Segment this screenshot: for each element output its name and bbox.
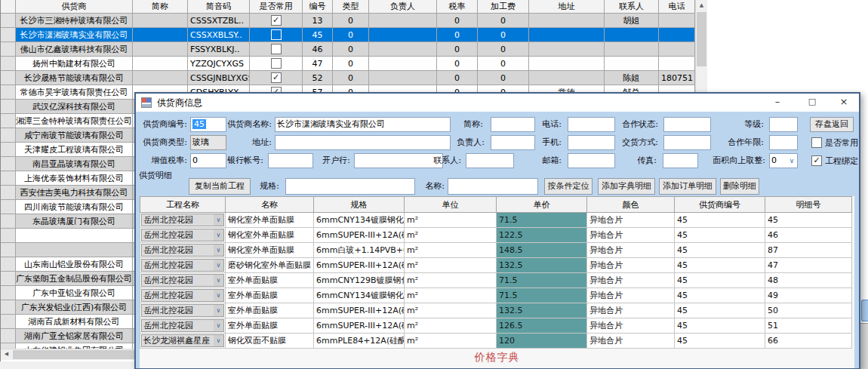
vertical-scrollbar-thumb[interactable] (697, 12, 706, 66)
coop-years-input[interactable] (769, 135, 798, 150)
column-header-short-name[interactable]: 简称 (133, 0, 188, 14)
column-header-phone[interactable]: 电话 (659, 0, 695, 14)
column-header-is-common[interactable]: 是否常用 (250, 0, 303, 14)
is-common-grid-checkbox[interactable]: ✓ (271, 15, 282, 26)
grid-cell (1, 243, 16, 257)
supplier-row[interactable]: 长沙市三湘特种玻璃有限公司CSSSXTZBL..✓13000胡姐 (1, 14, 695, 28)
mobile-input[interactable] (568, 135, 615, 150)
detail-cell: 室外单面贴膜 (226, 288, 314, 303)
detail-row[interactable]: 岳州北控花园∨室外单面贴膜6mmSUPER-III+12A(硅...m²132.… (140, 303, 852, 318)
project-name-combobox[interactable]: 岳州北控花园∨ (141, 229, 224, 241)
detail-row[interactable]: 岳州北控花园∨室外单面贴膜6mmCNY134镀膜钢化m²71.5异地合片4549 (140, 288, 852, 303)
grid-cell (369, 14, 437, 28)
grid-cell (1, 171, 16, 186)
supplier-row[interactable]: 长沙市潇湘玻璃实业有限公司CSSXXBLSY..45000 (1, 28, 695, 42)
dialog-title-bar[interactable]: 供货商信息 – □ × (136, 94, 859, 112)
column-header-supplier[interactable]: 供货商 (16, 0, 133, 14)
detail-col-unit[interactable]: 单位 (405, 197, 497, 213)
project-name-combobox[interactable]: 岳州北控花园∨ (141, 274, 224, 287)
close-button[interactable]: × (829, 94, 859, 112)
email-input[interactable] (568, 153, 615, 168)
grid-cell (1, 186, 16, 200)
bank-account-input[interactable] (268, 153, 313, 168)
column-header-address[interactable]: 地址 (529, 0, 605, 14)
save-return-button[interactable]: 存盘返回 (810, 117, 854, 132)
locate-by-condition-button[interactable]: 按条件定位 (544, 178, 593, 195)
supplier-type-input[interactable]: 玻璃 (190, 135, 226, 150)
fax-input[interactable] (663, 153, 698, 168)
supplier-row[interactable]: 扬州中勤建材有限公司YZZQJCYXGS47000 (1, 57, 695, 71)
is-common-grid-checkbox[interactable]: ✓ (271, 72, 282, 83)
is-common-grid-checkbox[interactable] (271, 29, 282, 40)
project-bind-checkbox-group[interactable]: ✓ 工程绑定 (811, 153, 858, 168)
copy-current-project-button[interactable]: 复制当前工程 (189, 178, 251, 195)
column-header-manager[interactable]: 负责人 (369, 0, 437, 14)
scroll-up-icon[interactable]: ▲ (696, 0, 707, 11)
detail-row[interactable]: 岳州北控花园∨钢化室外单面贴膜6mmCNY134镀膜钢化m²71.5异地合片45… (140, 213, 852, 228)
grid-cell (1, 85, 16, 100)
supplier-row[interactable]: 佛山市亿鑫玻璃科技有限公司FSSYXBLKJ..46000 (1, 42, 695, 57)
detail-col-detail-id[interactable]: 明细号 (765, 197, 852, 213)
detail-row[interactable]: 长沙龙湖祺鑫星座∨钢化双面不贴膜6mmPLE84+12A(硅酮胶...m²120… (140, 334, 852, 349)
detail-col-supplier-id[interactable]: 供货商编号 (675, 197, 765, 213)
grid-cell: 长沙晟格节能玻璃有限公司 (16, 71, 133, 85)
spec-filter-input[interactable] (285, 178, 415, 195)
short-name-input[interactable] (491, 117, 535, 132)
detail-col-color[interactable]: 颜色 (587, 197, 675, 213)
project-bind-checkbox[interactable]: ✓ (811, 155, 822, 166)
column-header-id[interactable]: 编号 (303, 0, 333, 14)
scroll-left-icon[interactable]: ◀ (1, 349, 12, 359)
project-name-combobox[interactable]: 岳州北控花园∨ (141, 244, 224, 257)
detail-col-project[interactable]: 工程名称 (140, 197, 226, 213)
manager-input[interactable] (491, 135, 535, 150)
detail-row[interactable]: 岳州北控花园∨室外单面贴膜6mmSUPER-III+12A(硅...m²126.… (140, 318, 852, 334)
detail-table-body: 岳州北控花园∨钢化室外单面贴膜6mmCNY134镀膜钢化m²71.5异地合片45… (140, 213, 852, 349)
is-common-checkbox[interactable] (811, 137, 822, 148)
detail-row[interactable]: 岳州北控花园∨室外单面贴膜6mmCNY129B镀膜钢化m²71.5异地合片454… (140, 273, 852, 288)
grid-cell (133, 71, 188, 85)
detail-col-spec[interactable]: 规格 (314, 197, 405, 213)
minimize-button[interactable]: – (762, 94, 793, 112)
detail-row[interactable]: 岳州北控花园∨钢化室外单面贴膜6mm白玻+1.14PVB+6mm...m²148… (140, 243, 852, 258)
grid-cell (369, 57, 437, 71)
project-name-combobox[interactable]: 岳州北控花园∨ (141, 319, 224, 332)
detail-col-name[interactable]: 名称 (226, 197, 314, 213)
grid-cell: 武汉亿深科技有限公司 (16, 100, 133, 114)
detail-cell: 45 (675, 228, 765, 243)
project-name-combobox[interactable]: 岳州北控花园∨ (141, 259, 224, 272)
project-name-combobox[interactable]: 岳州北控花园∨ (141, 214, 224, 226)
detail-row[interactable]: 岳州北控花园∨钢化室外单面贴膜6mmSUPER-III+12A(硅...m²12… (140, 228, 852, 243)
column-header-tax-rate[interactable]: 税率 (437, 0, 478, 14)
project-name-combobox[interactable]: 岳州北控花园∨ (141, 304, 224, 317)
project-name-combobox[interactable]: 岳州北控花园∨ (141, 289, 224, 302)
column-header-type[interactable]: 类型 (333, 0, 369, 14)
supplier-id-input[interactable]: 45 (190, 117, 226, 132)
column-header-process-fee[interactable]: 加工费 (478, 0, 529, 14)
detail-row[interactable]: 岳州北控花园∨磨砂钢化室外单面贴膜6mmSUPER-III+12A(硅...m²… (140, 258, 852, 273)
add-order-detail-button[interactable]: 添加订单明细 (659, 178, 716, 195)
name-filter-input[interactable] (448, 178, 538, 195)
maximize-button[interactable]: □ (797, 94, 827, 112)
delete-detail-button[interactable]: 删除明细 (720, 178, 759, 195)
supplier-name-input[interactable]: 长沙市潇湘玻璃实业有限公司 (275, 117, 451, 132)
contact-input[interactable] (466, 153, 514, 168)
is-common-grid-checkbox[interactable] (271, 58, 282, 69)
detail-col-unit-price[interactable]: 单价 (497, 197, 587, 213)
column-header-pinyin-code[interactable]: 简音码 (188, 0, 250, 14)
area-round-up-combobox[interactable]: 0 ∨ (769, 153, 798, 168)
is-common-grid-checkbox[interactable] (271, 44, 282, 54)
detail-cell: 50 (765, 303, 852, 318)
grid-cell (659, 14, 695, 28)
grid-cell (1, 343, 16, 349)
supplier-row[interactable]: 长沙晟格节能玻璃有限公司CSSGJNBLYXGS✓52000陈姐180751 (1, 71, 695, 85)
phone-input[interactable] (568, 117, 615, 132)
delivery-method-input[interactable] (663, 135, 711, 150)
is-common-checkbox-group[interactable]: 是否常用 (811, 135, 858, 150)
column-header-contact[interactable]: 联系人 (605, 0, 659, 14)
detail-cell: 磨砂钢化室外单面贴膜 (226, 258, 314, 273)
project-name-combobox[interactable]: 长沙龙湖祺鑫星座∨ (141, 334, 224, 347)
add-dictionary-detail-button[interactable]: 添加字典明细 (598, 178, 655, 195)
coop-status-input[interactable] (663, 117, 711, 132)
address-input[interactable] (275, 135, 451, 150)
grade-input[interactable] (769, 117, 798, 132)
